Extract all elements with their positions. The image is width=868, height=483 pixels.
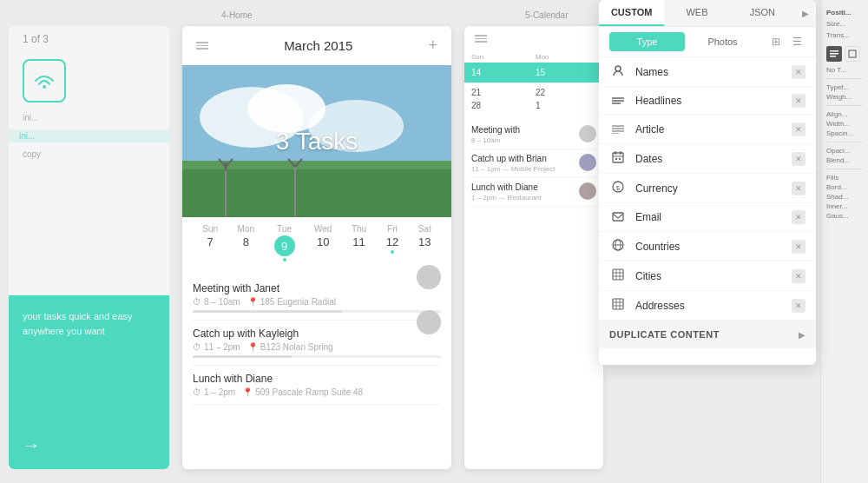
cal3-avatar-1 (579, 125, 596, 142)
dropdown-item-article[interactable]: Article ✕ (599, 116, 816, 144)
email-icon (609, 211, 627, 224)
cal-day-tue[interactable]: Tue 9 (274, 224, 295, 261)
article-remove-button[interactable]: ✕ (792, 122, 806, 136)
currency-icon: $ (609, 181, 627, 195)
event-meta-3: ⏱ 1 – 2pm 📍 509 Pascale Ramp Suite 48 (193, 387, 441, 397)
event-slider-2[interactable] (193, 355, 441, 358)
pin-icon: 📍 (247, 297, 258, 307)
cal-dot (283, 258, 286, 261)
duplicate-arrow-icon: ▶ (799, 330, 806, 340)
event-slider-1[interactable] (193, 310, 441, 313)
event-time-1: ⏱ 8 – 10am (193, 297, 240, 307)
blend-label: Blend... (826, 155, 863, 165)
svg-text:$: $ (616, 184, 621, 192)
dropdown-item-countries[interactable]: Countries ✕ (599, 232, 816, 261)
cal3-event-1[interactable]: Meeting with 8 – 10am (471, 121, 596, 149)
cal-day-sat: Sat 13 (418, 224, 431, 261)
width-label: Width... (826, 119, 863, 129)
right-properties-panel: Positi... Size... Trans... No T... Typef… (820, 0, 868, 483)
type-photos-row: Type Photos ⊞ ☰ (599, 27, 816, 57)
currency-remove-button[interactable]: ✕ (792, 182, 806, 195)
duplicate-content-button[interactable]: DUPLICATE CONTENT ▶ (599, 321, 816, 348)
cal3-date-1: 1 (536, 101, 596, 110)
grid-view-icon[interactable]: ⊞ (767, 33, 785, 50)
event-item-1[interactable]: Meeting with Janet ⏱ 8 – 10am 📍 185 Euge… (193, 275, 441, 321)
panel-1-teal-section: your tasks quick and easy anywhere you w… (9, 295, 169, 469)
tasks-count-label: 3 Tasks (276, 128, 358, 155)
type-button[interactable]: Type (609, 32, 685, 51)
avatar-1 (417, 265, 441, 289)
calendar-month-title: March 2015 (284, 38, 352, 53)
countries-label: Countries (635, 241, 792, 253)
headlines-icon (609, 95, 627, 108)
cal3-sun: Sun (471, 53, 532, 61)
event-item-3[interactable]: Lunch with Diane ⏱ 1 – 2pm 📍 509 Pascale… (193, 366, 441, 405)
event-item-2[interactable]: Catch up with Kayleigh ⏱ 11 – 2pm 📍 B123… (193, 321, 441, 366)
email-remove-button[interactable]: ✕ (792, 210, 806, 224)
border-label: Bord... (826, 182, 863, 192)
countries-icon (609, 239, 627, 254)
svg-rect-46 (830, 56, 836, 57)
svg-rect-27 (619, 158, 621, 160)
panel-1-label2: ini... (9, 129, 169, 142)
names-label: Names (635, 66, 792, 78)
tab-web[interactable]: WEB (664, 0, 729, 26)
typef-label: Typef... (826, 83, 863, 92)
dropdown-item-email[interactable]: Email ✕ (599, 203, 816, 232)
dropdown-item-cities[interactable]: Cities ✕ (599, 261, 816, 291)
spacing-label: Spacin... (826, 129, 863, 138)
dropdown-item-headlines[interactable]: Headlines ✕ (599, 87, 816, 116)
text-align-icon[interactable] (826, 46, 842, 62)
cal3-date-22: 22 (536, 88, 596, 97)
size-icon[interactable] (845, 46, 860, 62)
names-remove-button[interactable]: ✕ (792, 65, 806, 79)
inner-label: Inner... (826, 202, 863, 211)
hamburger-menu-icon[interactable] (196, 42, 208, 50)
arrow-right-icon[interactable]: → (23, 435, 40, 455)
svg-rect-34 (613, 269, 623, 280)
cal-day-thu: Thu 11 (352, 224, 366, 261)
currency-label: Currency (635, 182, 792, 195)
dropdown-item-currency[interactable]: $ Currency ✕ (599, 174, 816, 203)
addresses-remove-button[interactable]: ✕ (792, 299, 806, 313)
view-icons: ⊞ ☰ (767, 33, 806, 50)
clock-icon-3: ⏱ (193, 387, 201, 397)
hamburger-icon-3[interactable] (475, 35, 487, 43)
cal3-teal-15: 15 (536, 68, 596, 77)
hero-image: 3 Tasks (182, 65, 451, 217)
event-loc-1: 📍 185 Eugenia Radial (247, 297, 336, 307)
cal-dot-fri (391, 250, 394, 254)
dates-remove-button[interactable]: ✕ (792, 152, 806, 166)
dropdown-item-names[interactable]: Names ✕ (599, 57, 816, 87)
cal3-avatar-2 (579, 154, 596, 171)
email-label: Email (635, 211, 792, 223)
cities-remove-button[interactable]: ✕ (792, 269, 806, 283)
svg-rect-47 (849, 50, 856, 57)
article-icon (609, 123, 627, 136)
panel-1-label1: ini... (9, 109, 169, 126)
events-list: Meeting with Janet ⏱ 8 – 10am 📍 185 Euge… (182, 268, 451, 412)
cal3-mon: Mon (536, 53, 596, 61)
event-meta-1: ⏱ 8 – 10am 📍 185 Eugenia Radial (193, 297, 441, 307)
dropdown-item-addresses[interactable]: Addresses ✕ (599, 291, 816, 321)
svg-point-0 (43, 85, 46, 89)
cities-icon (609, 268, 627, 283)
content-type-dropdown: CUSTOM WEB JSON ▶ Type Photos ⊞ ☰ Names … (599, 0, 816, 365)
dropdown-tabs: CUSTOM WEB JSON ▶ (599, 0, 816, 27)
avatar-2 (417, 310, 441, 334)
dropdown-item-dates[interactable]: Dates ✕ (599, 144, 816, 174)
photos-button[interactable]: Photos (685, 32, 760, 51)
tab-custom[interactable]: CUSTOM (599, 0, 664, 26)
panel-1-label3: copy (9, 146, 169, 162)
tab-json[interactable]: JSON (730, 0, 795, 26)
list-view-icon[interactable]: ☰ (788, 33, 806, 50)
cal3-event-3[interactable]: Lunch with Diane 1 – 2pm — Restaurant (471, 178, 596, 207)
cal3-event-2[interactable]: Catch up with Brian 11 – 1pm — Mobile Pr… (471, 149, 596, 178)
event-loc-2: 📍 B123 Nolan Spring (247, 342, 333, 352)
tab-arrow-icon[interactable]: ▶ (795, 0, 816, 26)
add-event-button[interactable]: + (428, 36, 437, 55)
headlines-remove-button[interactable]: ✕ (792, 94, 806, 108)
cal-day-sun: Sun 7 (202, 224, 218, 261)
countries-remove-button[interactable]: ✕ (792, 240, 806, 254)
opacity-label: Opaci... (826, 146, 863, 155)
